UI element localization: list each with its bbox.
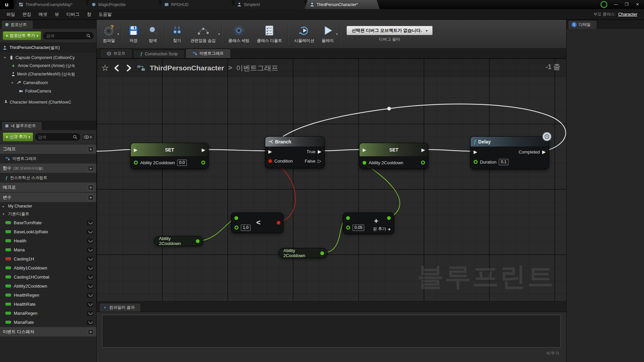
- tree-row-charactermovement[interactable]: Character Movement (CharMoveC: [0, 98, 96, 106]
- menu-edit[interactable]: 편집: [19, 10, 35, 19]
- event-graph-canvas[interactable]: ☆ ThirdPersonCharacter > 이벤트그래프 -1 줌 블루프…: [97, 58, 566, 302]
- tab-components[interactable]: 컴포넌트: [1, 20, 33, 29]
- clear-button[interactable]: 비우기: [546, 350, 561, 356]
- save-button[interactable]: 저장: [124, 23, 143, 45]
- expander-icon[interactable]: ▾: [3, 212, 6, 216]
- float-out-pin[interactable]: [196, 239, 200, 243]
- exec-out-pin[interactable]: ▶: [421, 147, 425, 152]
- hide-unrelated-button[interactable]: 관련없음 숨김: [187, 23, 219, 45]
- tree-row-capsule[interactable]: ▾ Capsule Component (CollisionCy: [0, 53, 96, 62]
- exec-in-pin[interactable]: ▶: [363, 147, 366, 152]
- float-in-pin[interactable]: [363, 161, 366, 165]
- exec-in-pin[interactable]: ▶: [134, 147, 138, 152]
- category-my-character[interactable]: ▸ My Character: [0, 202, 96, 210]
- float-out-pin[interactable]: [421, 161, 425, 165]
- variable-row[interactable]: Health: [0, 236, 96, 245]
- item-construction-script[interactable]: ƒ 컨스트럭션 스크립트: [0, 173, 96, 182]
- tab-my-blueprint[interactable]: 내 블루프린트: [1, 121, 42, 130]
- doc-tab-magicprojectile[interactable]: MagicProjectile: [86, 0, 161, 9]
- closed-eye-icon[interactable]: [87, 239, 93, 243]
- add-pin-button[interactable]: 핀 추가 +: [373, 226, 391, 232]
- tree-row-mesh[interactable]: Mesh (CharacterMesh0) (상속됨: [0, 70, 96, 78]
- tree-row-cameraboom[interactable]: ▾ CameraBoom: [0, 78, 96, 87]
- doc-tab-rpghud[interactable]: RPGHUD: [159, 0, 234, 9]
- float-b-pin[interactable]: [234, 226, 238, 230]
- closed-eye-icon[interactable]: [87, 311, 93, 316]
- my-blueprint-search-input[interactable]: [38, 135, 73, 139]
- closed-eye-icon[interactable]: [87, 266, 93, 270]
- chevron-down-icon[interactable]: ▾: [336, 32, 338, 36]
- menu-asset[interactable]: 에셋: [35, 10, 51, 19]
- duration-value-field[interactable]: 0.1: [499, 159, 508, 165]
- menu-file[interactable]: 파일: [3, 10, 19, 19]
- tab-construction-script[interactable]: ƒ Construction Scrip: [133, 50, 185, 58]
- closed-eye-icon[interactable]: [87, 284, 93, 289]
- tab-viewport[interactable]: 뷰포트: [100, 49, 132, 58]
- components-search-input[interactable]: [46, 34, 86, 38]
- simulate-button[interactable]: 시뮬레이션: [290, 23, 318, 45]
- node-add[interactable]: 0.05 + 핀 추가 +: [343, 213, 394, 234]
- add-component-button[interactable]: + 컴포넌트 추가 ▾: [3, 31, 41, 40]
- menu-view[interactable]: 뷰: [51, 10, 63, 19]
- closed-eye-icon[interactable]: [87, 230, 93, 234]
- favorite-star-icon[interactable]: ☆: [101, 63, 109, 73]
- section-graphs[interactable]: 그래프 +: [0, 144, 96, 154]
- closed-eye-icon[interactable]: [87, 293, 93, 298]
- reroute-node[interactable]: [387, 107, 391, 111]
- add-graph-button[interactable]: +: [88, 146, 94, 152]
- breadcrumb-root[interactable]: ThirdPersonCharacter: [150, 64, 224, 72]
- float-a-pin[interactable]: [234, 216, 238, 220]
- menu-debug[interactable]: 디버그: [63, 10, 83, 19]
- debug-object-dropdown[interactable]: 선택된 디버그 오브젝트가 없습니다. ▾: [346, 26, 432, 35]
- variable-row[interactable]: Casting1H: [0, 254, 96, 263]
- browse-button[interactable]: 탐색: [143, 23, 163, 45]
- node-set-ability2cooldown-1[interactable]: ▶ SET ▶ Ability 2Cooldown 0.0: [130, 143, 209, 169]
- pin-value-field[interactable]: 0.0: [177, 160, 187, 166]
- maximize-button[interactable]: ❐: [622, 1, 632, 8]
- variable-row[interactable]: Ability2Cooldown: [0, 282, 96, 291]
- closed-eye-icon[interactable]: [87, 257, 93, 261]
- add-new-button[interactable]: + 신규 추가 ▾: [3, 132, 33, 141]
- menu-help[interactable]: 도움말: [95, 10, 115, 19]
- class-defaults-button[interactable]: 클래스 디폴트: [253, 23, 286, 45]
- node-set-ability2cooldown-2[interactable]: ▶ SET ▶ Ability 2Cooldown: [359, 143, 428, 169]
- variable-row[interactable]: BaseLookUpRate: [0, 227, 96, 236]
- duration-pin[interactable]: [474, 160, 478, 164]
- float-in-pin[interactable]: [134, 161, 138, 165]
- float-out-pin[interactable]: [201, 161, 205, 165]
- exec-in-pin[interactable]: ▶: [268, 149, 272, 154]
- node-delay[interactable]: ƒ Delay ▶ Completed ▶ Duration 0.1: [470, 136, 549, 169]
- expander-icon[interactable]: ▾: [11, 81, 15, 84]
- node-get-ability2cooldown-2[interactable]: Ability 2Cooldown: [278, 248, 328, 258]
- add-variable-button[interactable]: +: [88, 195, 94, 200]
- expander-icon[interactable]: ▸: [3, 204, 6, 208]
- tab-event-graph[interactable]: 이벤트그래프: [185, 49, 231, 58]
- section-macros[interactable]: 매크로 +: [0, 182, 96, 192]
- forward-button[interactable]: [125, 64, 133, 72]
- section-variables[interactable]: 변수 +: [0, 192, 96, 202]
- variable-row[interactable]: ManaRate: [0, 318, 96, 327]
- category-default[interactable]: ▾ 기본/디폴트: [0, 210, 96, 218]
- doc-tab-map[interactable]: ThirdPersonExampleMap*: [13, 0, 89, 9]
- tree-row-followcamera[interactable]: FollowCamera: [0, 87, 96, 95]
- float-out-pin[interactable]: [387, 216, 391, 220]
- closed-eye-icon[interactable]: [87, 221, 93, 225]
- node-get-ability2cooldown-1[interactable]: Ability 2Cooldown: [154, 236, 203, 246]
- play-button[interactable]: 플레이: [318, 23, 337, 45]
- condition-pin[interactable]: [268, 159, 272, 163]
- minimize-button[interactable]: —: [611, 1, 621, 8]
- tab-details[interactable]: i 디테일: [568, 20, 597, 29]
- add-dispatcher-button[interactable]: +: [88, 329, 94, 335]
- visibility-filter-button[interactable]: ▾: [82, 134, 94, 140]
- compile-button[interactable]: ? 컴파일: [99, 23, 119, 45]
- variable-row[interactable]: HealthRegen: [0, 291, 96, 300]
- variable-row[interactable]: HealthRate: [0, 300, 96, 309]
- section-functions[interactable]: 함수 (30 오버라이더블) +: [0, 163, 96, 173]
- node-less-than[interactable]: 1.0 <: [231, 213, 283, 233]
- bool-out-pin[interactable]: [277, 221, 280, 225]
- section-event-dispatchers[interactable]: 이벤트 디스패처 +: [0, 327, 96, 337]
- variable-row[interactable]: Ability1Cooldown: [0, 263, 96, 273]
- exec-completed-pin[interactable]: ▶: [542, 149, 546, 154]
- item-event-graph[interactable]: 이벤트그래프: [0, 154, 96, 163]
- b-value-field[interactable]: 0.05: [353, 225, 364, 231]
